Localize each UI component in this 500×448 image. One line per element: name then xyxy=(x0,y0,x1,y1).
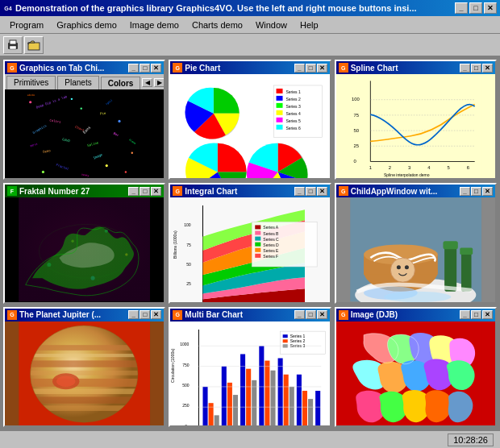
im-maximize-btn[interactable]: □ xyxy=(471,310,481,319)
ca-minimize-btn[interactable]: _ xyxy=(460,187,470,196)
svg-rect-40 xyxy=(277,118,283,122)
integral-icon: G xyxy=(173,186,182,196)
svg-rect-32 xyxy=(277,89,283,93)
svg-rect-123 xyxy=(30,371,138,375)
ic-minimize-btn[interactable]: _ xyxy=(294,187,305,196)
im-close-btn[interactable]: ✕ xyxy=(482,310,493,319)
jup-maximize-btn[interactable]: □ xyxy=(140,310,150,319)
ic-maximize-btn[interactable]: □ xyxy=(306,187,316,196)
tab-colors[interactable]: Colors xyxy=(101,77,141,90)
minimize-button[interactable]: _ xyxy=(455,2,468,14)
childapp-title: ChildAppWindow wit... xyxy=(351,187,460,196)
fr-minimize-btn[interactable]: _ xyxy=(128,187,139,196)
ca-maximize-btn[interactable]: □ xyxy=(471,187,481,196)
toolbar-button-1[interactable] xyxy=(3,36,23,54)
jup-minimize-btn[interactable]: _ xyxy=(128,310,139,319)
fractal-content xyxy=(5,197,164,301)
svg-text:0: 0 xyxy=(185,423,188,427)
toolbar-button-2[interactable] xyxy=(24,36,44,54)
menu-charts-demo[interactable]: Charts demo xyxy=(185,19,249,31)
svg-rect-121 xyxy=(30,354,138,357)
jupiter-content xyxy=(5,321,164,425)
pie-chart-content: Series 1 Series 2 Series 3 Series 4 Seri… xyxy=(170,74,329,180)
ic-close-btn[interactable]: ✕ xyxy=(317,187,327,196)
jupiter-buttons: _ □ ✕ xyxy=(128,310,161,319)
toolbar xyxy=(0,34,500,56)
svg-text:100: 100 xyxy=(185,223,192,228)
tab-bar: Primitives Planets Colors ◀ ▶ xyxy=(5,74,164,89)
menu-image-demo[interactable]: Image demo xyxy=(123,19,185,31)
svg-text:Series B: Series B xyxy=(264,231,280,236)
svg-text:Circulation (1000s): Circulation (1000s) xyxy=(170,348,175,383)
tab-next-btn[interactable]: ▶ xyxy=(154,78,165,87)
fractal-title-bar: F Fraktal Number 27 _ □ ✕ xyxy=(5,185,164,197)
gt-close-btn[interactable]: ✕ xyxy=(151,64,161,73)
bc-maximize-btn[interactable]: □ xyxy=(306,310,316,319)
bar-chart-window: G Multi Bar Chart _ □ ✕ Circulation (100… xyxy=(169,307,331,427)
svg-rect-109 xyxy=(443,242,457,250)
svg-rect-120 xyxy=(30,345,138,351)
image-djb-buttons: _ □ ✕ xyxy=(460,310,493,319)
svg-point-21 xyxy=(125,171,127,172)
svg-rect-149 xyxy=(246,368,251,425)
svg-rect-87 xyxy=(256,248,261,252)
svg-text:75: 75 xyxy=(187,243,192,247)
svg-rect-126 xyxy=(30,396,138,403)
jup-close-btn[interactable]: ✕ xyxy=(151,310,161,319)
svg-rect-158 xyxy=(302,391,307,426)
svg-text:Series C: Series C xyxy=(264,237,280,242)
sc-close-btn[interactable]: ✕ xyxy=(482,64,493,73)
pc-maximize-btn[interactable]: □ xyxy=(306,64,316,73)
svg-text:50: 50 xyxy=(353,128,359,133)
menu-graphics-demo[interactable]: Graphics demo xyxy=(50,19,123,31)
bc-close-btn[interactable]: ✕ xyxy=(317,310,327,319)
fr-close-btn[interactable]: ✕ xyxy=(151,187,161,196)
graphics-canvas: Deep Dip is a lab Colors Graphics G4VO D… xyxy=(5,89,164,178)
integral-buttons: _ □ ✕ xyxy=(294,187,327,196)
spline-chart-content: 0 25 50 75 100 1 2 3 4 5 6 Spline interp… xyxy=(336,74,495,178)
menu-window[interactable]: Window xyxy=(249,19,294,31)
app-title: Demonstration of the graphics library Gr… xyxy=(15,3,455,13)
svg-text:1: 1 xyxy=(369,165,371,170)
svg-rect-157 xyxy=(297,374,302,425)
svg-rect-36 xyxy=(277,103,283,108)
svg-rect-110 xyxy=(461,251,472,292)
ca-close-btn[interactable]: ✕ xyxy=(482,187,493,196)
svg-text:5: 5 xyxy=(447,165,449,170)
svg-rect-151 xyxy=(260,346,265,425)
tab-nav-buttons: ◀ ▶ xyxy=(142,76,165,89)
im-minimize-btn[interactable]: _ xyxy=(460,310,470,319)
pie-chart-title-bar: G Pie Chart _ □ ✕ xyxy=(170,61,329,74)
sc-maximize-btn[interactable]: □ xyxy=(471,64,481,73)
svg-rect-160 xyxy=(315,391,320,426)
menu-help[interactable]: Help xyxy=(294,19,325,31)
pie-chart-buttons: _ □ ✕ xyxy=(294,64,327,73)
close-button[interactable]: ✕ xyxy=(484,2,497,14)
pc-minimize-btn[interactable]: _ xyxy=(294,64,305,73)
bc-minimize-btn[interactable]: _ xyxy=(294,310,305,319)
tab-planets[interactable]: Planets xyxy=(57,76,98,89)
tab-prev-btn[interactable]: ◀ xyxy=(142,78,152,87)
sc-minimize-btn[interactable]: _ xyxy=(460,64,470,73)
svg-text:100: 100 xyxy=(352,97,360,102)
fr-maximize-btn[interactable]: □ xyxy=(140,187,150,196)
fractal-window: F Fraktal Number 27 _ □ ✕ xyxy=(3,183,165,303)
svg-text:50: 50 xyxy=(187,262,192,267)
integral-title-bar: G Integral Chart _ □ ✕ xyxy=(170,185,329,197)
svg-text:Series A: Series A xyxy=(264,226,279,230)
pie-chart-svg: Series 1 Series 2 Series 3 Series 4 Seri… xyxy=(173,77,326,180)
title-bar-buttons: _ □ ✕ xyxy=(455,2,497,14)
jupiter-icon: G xyxy=(7,310,17,320)
svg-point-116 xyxy=(405,266,409,270)
tab-primitives[interactable]: Primitives xyxy=(6,76,56,89)
maximize-button[interactable]: □ xyxy=(469,2,482,14)
pc-close-btn[interactable]: ✕ xyxy=(317,64,327,73)
gt-minimize-btn[interactable]: _ xyxy=(128,64,139,73)
menu-program[interactable]: Program xyxy=(3,19,50,31)
gt-maximize-btn[interactable]: □ xyxy=(140,64,150,73)
fractal-svg xyxy=(5,197,164,301)
svg-text:3: 3 xyxy=(408,165,410,170)
svg-text:6: 6 xyxy=(466,165,469,170)
svg-rect-108 xyxy=(444,245,456,292)
bar-chart-title-bar: G Multi Bar Chart _ □ ✕ xyxy=(170,309,329,321)
